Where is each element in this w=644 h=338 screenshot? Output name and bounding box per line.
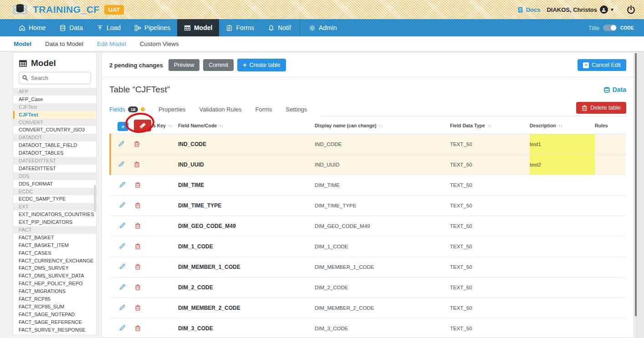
sidebar-table-item[interactable]: FACT_BASKET_ITEM (13, 242, 97, 249)
delete-field-button[interactable] (135, 325, 142, 331)
sort-icon[interactable]: ↑↓ (558, 123, 563, 128)
delete-field-button[interactable] (135, 182, 142, 188)
sidebar-table-item[interactable]: CJFTest (13, 111, 97, 119)
column-header[interactable]: Rules (595, 117, 626, 134)
edit-field-button[interactable] (119, 202, 126, 208)
logout-button[interactable] (626, 5, 636, 15)
sidebar-table-item[interactable]: DDS (13, 172, 97, 180)
tab-fields[interactable]: Fields 18 (109, 106, 145, 116)
docs-link[interactable]: Docs (517, 6, 541, 13)
sidebar-table-item[interactable]: DATEEDITTEST (13, 157, 97, 165)
search-input[interactable] (19, 72, 91, 84)
sidebar-table-item[interactable]: AFP (13, 88, 97, 96)
nav-label: Data (69, 24, 83, 31)
sidebar-table-item[interactable]: EXT_INDICATORS_COUNTRIES (13, 211, 97, 218)
sidebar-table-item[interactable]: FACT_CASES (13, 249, 97, 257)
sidebar-table-item[interactable]: FACT_SAGE_NOTEPAD (13, 311, 97, 318)
edit-field-button[interactable] (119, 242, 126, 249)
sidebar-table-item[interactable]: DATEEDITTEST (13, 165, 97, 172)
sidebar-table-item[interactable]: FACT_DMS_SURVEY_DATA (13, 272, 97, 280)
column-header[interactable]: Description ↑↓ (530, 117, 595, 134)
delete-table-button[interactable]: Delete table (576, 102, 626, 114)
column-header[interactable]: Field Name/Code ↑↓ (178, 117, 315, 134)
user-menu[interactable]: DIAKOS, Christos ▾ (547, 5, 613, 14)
commit-button[interactable]: Commit (203, 59, 234, 71)
page-scrollbar[interactable] (635, 51, 644, 338)
sidebar-table-item[interactable]: FACT_CURRENCY_EXCHANGE (13, 257, 97, 265)
preview-button[interactable]: Preview (169, 59, 199, 71)
sidebar-table-item[interactable]: CJFTest (13, 103, 97, 111)
sidebar-table-item[interactable]: AFP_Case (13, 96, 97, 103)
title-code-toggle[interactable] (603, 25, 617, 31)
sidebar-table-item[interactable]: DATADOT_TABLE_FIELD (13, 141, 97, 149)
edit-field-button[interactable] (118, 161, 125, 167)
column-header[interactable]: Is Key ↑↓ (152, 117, 178, 134)
tab-item[interactable]: Properties (158, 106, 185, 116)
nav-item-admin[interactable]: Admin (302, 19, 344, 36)
nav-item-data[interactable]: Data (52, 19, 90, 36)
sidebar-table-item[interactable]: FACT_BASKET (13, 234, 97, 242)
edit-field-button[interactable] (119, 181, 126, 188)
nav-item-model[interactable]: Model (177, 19, 219, 36)
subnav-item-custom-views[interactable]: Custom Views (140, 40, 179, 47)
edit-field-button[interactable] (119, 263, 126, 270)
sidebar-table-item[interactable]: FACT_RCP85 (13, 295, 97, 303)
tab-item[interactable]: Forms (256, 106, 272, 116)
column-header[interactable]: Field Data Type ↑↓ (450, 117, 530, 134)
nav-item-home[interactable]: Home (12, 19, 52, 36)
scrollbar-thumb[interactable] (635, 53, 637, 316)
delete-field-button[interactable] (135, 222, 142, 229)
sort-icon[interactable]: ↑↓ (168, 123, 173, 128)
delete-field-button[interactable] (135, 263, 142, 270)
data-link[interactable]: Data (603, 86, 626, 93)
sidebar-table-item[interactable]: DATADOT_TABLES (13, 149, 97, 157)
nav-item-notif[interactable]: Notif (261, 19, 298, 36)
sidebar-scrollbar[interactable] (94, 185, 96, 212)
subnav-item-model[interactable]: Model (14, 40, 31, 47)
sidebar-table-item[interactable]: ECDC (13, 188, 97, 196)
column-header[interactable]: Display name (can change) ↑↓ (315, 117, 450, 134)
sidebar-table-item[interactable]: EXT_PIP_INDICATORS (13, 218, 97, 226)
delete-field-button[interactable] (135, 284, 142, 290)
tab-item[interactable]: Settings (286, 106, 307, 116)
delete-field-button[interactable] (135, 202, 142, 208)
sidebar-table-item[interactable]: FACT_SAGE_REFERENCE (13, 318, 97, 326)
edit-field-button[interactable] (119, 222, 126, 229)
erase-changes-button[interactable] (134, 120, 151, 131)
sidebar-table-item[interactable]: FACT_SURVEY_SUBMISSION (13, 334, 97, 336)
cancel-edit-button[interactable]: ✕ Cancel Edit (578, 59, 626, 71)
sidebar-table-item[interactable]: FACT (13, 226, 97, 234)
add-field-button[interactable]: + (118, 122, 128, 131)
delete-field-button[interactable] (134, 141, 141, 147)
subnav-item-data-to-model[interactable]: Data to Model (45, 40, 83, 47)
sidebar-table-item[interactable]: FACT_SURVEY_RESPONSE (13, 326, 97, 334)
nav-item-pipelines[interactable]: Pipelines (128, 19, 177, 36)
nav-item-load[interactable]: Load (90, 19, 128, 36)
edit-field-button[interactable] (118, 140, 125, 147)
create-table-button[interactable]: + Create table (237, 59, 286, 71)
sidebar-table-item[interactable]: FACT_DMS_SURVEY (13, 264, 97, 272)
delete-field-button[interactable] (134, 161, 141, 167)
edit-field-button[interactable] (119, 324, 126, 331)
sort-icon[interactable]: ↑↓ (487, 123, 492, 128)
delete-field-button[interactable] (135, 304, 142, 311)
sidebar-table-item[interactable]: CONVERT_COUNTRY_ISO3 (13, 126, 97, 134)
tab-item[interactable]: Validation Rules (199, 106, 242, 116)
subnav-item-edit-model[interactable]: Edit Model (97, 40, 126, 47)
sidebar-table-item[interactable]: DDS_FORMAT (13, 180, 97, 188)
sidebar-table-item[interactable]: CONVERT (13, 119, 97, 126)
sidebar-table-item[interactable]: FACT_RCP85_SUM (13, 303, 97, 311)
sidebar-table-item[interactable]: FACT_MIGRATIONS (13, 288, 97, 295)
is-key-cell (152, 318, 178, 338)
edit-field-button[interactable] (119, 283, 126, 290)
sidebar-table-item[interactable]: ECDC_SAMP_TYPE (13, 195, 97, 203)
sort-icon[interactable]: ↑↓ (219, 123, 224, 128)
data-type-cell: TEXT_50 (450, 318, 530, 338)
sidebar-table-item[interactable]: DATADOT (13, 134, 97, 141)
delete-field-button[interactable] (135, 243, 142, 249)
edit-field-button[interactable] (119, 304, 126, 311)
sort-icon[interactable]: ↑↓ (378, 123, 383, 128)
sidebar-table-item[interactable]: EXT (13, 203, 97, 211)
nav-item-forms[interactable]: Forms (219, 19, 261, 36)
sidebar-table-item[interactable]: FACT_HEP_POLICY_REPO (13, 280, 97, 288)
